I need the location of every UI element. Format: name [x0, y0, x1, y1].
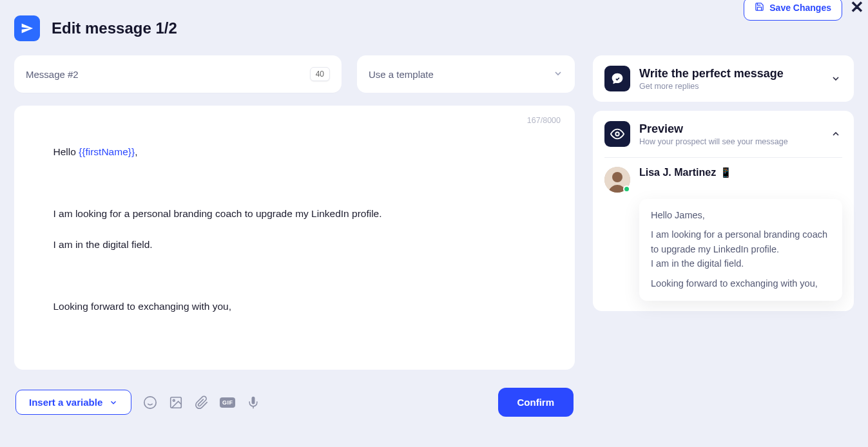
attachment-icon[interactable] [195, 395, 209, 410]
prospect-name-text: Lisa J. Martinez [639, 167, 716, 178]
bubble-line-2: I am looking for a personal branding coa… [651, 229, 827, 254]
perfect-message-title: Write the perfect message [639, 67, 784, 81]
svg-point-6 [615, 132, 619, 136]
bubble-line-4: Looking forward to exchanging with you, [651, 276, 831, 290]
gif-label: GIF [220, 397, 236, 408]
body-line-2: I am in the digital field. [53, 239, 152, 250]
chevron-up-icon[interactable] [831, 129, 841, 142]
message-count-badge: 40 [310, 67, 330, 81]
perfect-message-card[interactable]: Write the perfect message Get more repli… [593, 55, 854, 102]
presence-indicator [623, 185, 630, 193]
svg-point-0 [144, 396, 156, 408]
preview-sub: How your prospect will see your message [639, 137, 788, 146]
avatar-wrap [604, 167, 630, 193]
editor-content: Hello {{firstName}}, I am looking for a … [31, 129, 558, 330]
chevron-down-icon [553, 68, 563, 81]
confirm-button[interactable]: Confirm [498, 388, 574, 417]
gif-icon[interactable]: GIF [220, 395, 235, 410]
close-icon[interactable]: ✕ [850, 0, 864, 17]
phone-icon: 📱 [720, 167, 732, 178]
insert-variable-button[interactable]: Insert a variable [15, 390, 131, 415]
message-label: Message #2 [26, 69, 79, 80]
svg-point-8 [612, 172, 622, 182]
prospect-name: Lisa J. Martinez 📱 [639, 167, 732, 178]
microphone-icon[interactable] [246, 395, 260, 410]
svg-point-4 [173, 399, 175, 401]
char-counter: 167/8000 [527, 115, 561, 127]
body-line-1: I am looking for a personal branding coa… [53, 208, 381, 219]
page-header: Edit message 1/2 [0, 0, 868, 48]
message-number-field[interactable]: Message #2 40 [14, 55, 342, 93]
save-icon [755, 2, 764, 14]
save-changes-button[interactable]: Save Changes [744, 0, 842, 21]
divider [604, 157, 842, 158]
perfect-message-sub: Get more replies [639, 82, 784, 91]
variable-token: {{firstName}} [79, 146, 135, 157]
editor-toolbar: Insert a variable GIF Confirm [14, 370, 575, 417]
greeting-suffix: , [135, 146, 137, 157]
save-label: Save Changes [769, 3, 831, 13]
chevron-down-icon[interactable] [831, 73, 841, 86]
chat-icon [604, 66, 630, 91]
page-title: Edit message 1/2 [52, 19, 177, 37]
image-icon[interactable] [169, 395, 183, 410]
eye-icon [604, 121, 630, 147]
confirm-label: Confirm [517, 397, 555, 408]
preview-bubble: Hello James, I am looking for a personal… [639, 199, 842, 301]
template-placeholder: Use a template [369, 69, 434, 80]
send-icon [14, 15, 40, 41]
emoji-icon[interactable] [143, 395, 157, 410]
insert-variable-label: Insert a variable [29, 397, 102, 408]
closing-line: Looking forward to exchanging with you, [53, 301, 231, 312]
greeting-prefix: Hello [53, 146, 79, 157]
preview-title: Preview [639, 122, 788, 136]
message-editor[interactable]: 167/8000 Hello {{firstName}}, I am looki… [14, 106, 575, 370]
bubble-line-1: Hello James, [651, 208, 831, 222]
preview-card: Preview How your prospect will see your … [593, 111, 854, 311]
bubble-line-3: I am in the digital field. [651, 258, 744, 269]
template-select[interactable]: Use a template [357, 55, 575, 93]
chevron-down-icon [109, 398, 118, 407]
